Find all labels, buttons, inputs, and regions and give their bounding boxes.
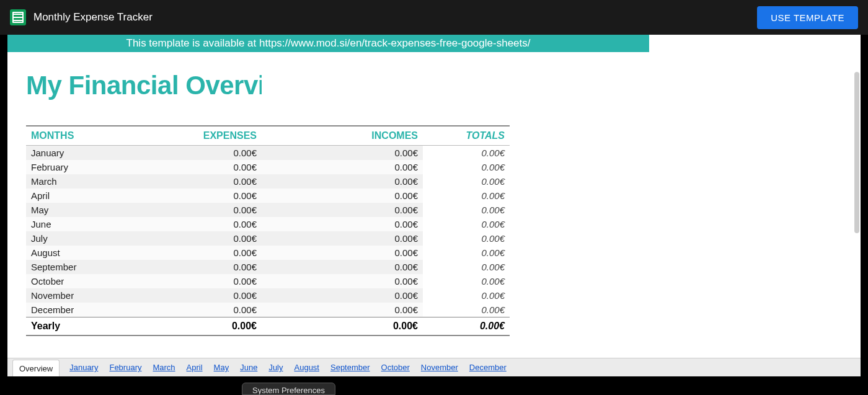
- cell-total[interactable]: 0.00€: [423, 231, 510, 246]
- cell-total[interactable]: 0.00€: [423, 160, 510, 174]
- tab-overview[interactable]: Overview: [12, 360, 60, 377]
- cell-income[interactable]: 0.00€: [262, 288, 423, 303]
- tab-september[interactable]: September: [330, 363, 370, 372]
- cell-month[interactable]: October: [26, 274, 100, 288]
- topbar-left: Monthly Expense Tracker: [10, 9, 153, 25]
- sheet-tabstrip: Overview JanuaryFebruaryMarchAprilMayJun…: [7, 358, 861, 376]
- cell-income[interactable]: 0.00€: [262, 174, 423, 189]
- cell-total[interactable]: 0.00€: [423, 146, 510, 161]
- cell-month[interactable]: September: [26, 260, 100, 274]
- cell-income[interactable]: 0.00€: [262, 274, 423, 288]
- cell-expense[interactable]: 0.00€: [100, 246, 262, 260]
- page-title: My Financial Overview: [26, 71, 262, 100]
- info-banner: This template is available at https://ww…: [7, 35, 649, 52]
- sheet-frame: This template is available at https://ww…: [7, 35, 861, 376]
- cell-income[interactable]: 0.00€: [262, 260, 423, 274]
- cell-expense[interactable]: 0.00€: [100, 146, 262, 161]
- cell-total[interactable]: 0.00€: [423, 174, 510, 189]
- cell-income[interactable]: 0.00€: [262, 217, 423, 231]
- cell-income[interactable]: 0.00€: [262, 146, 423, 161]
- cell-expense[interactable]: 0.00€: [100, 303, 262, 317]
- table-row[interactable]: August0.00€0.00€0.00€: [26, 246, 510, 260]
- yearly-incomes: 0.00€: [262, 317, 423, 336]
- system-preferences-popup[interactable]: System Preferences: [242, 383, 335, 395]
- cell-income[interactable]: 0.00€: [262, 303, 423, 317]
- cell-month[interactable]: November: [26, 288, 100, 303]
- overview-table: MONTHS EXPENSES INCOMES TOTALS January0.…: [26, 125, 510, 336]
- table-row[interactable]: April0.00€0.00€0.00€: [26, 189, 510, 203]
- cell-expense[interactable]: 0.00€: [100, 274, 262, 288]
- cell-month[interactable]: June: [26, 217, 100, 231]
- document-title: Monthly Expense Tracker: [33, 11, 153, 24]
- tab-april[interactable]: April: [187, 363, 203, 372]
- cell-expense[interactable]: 0.00€: [100, 231, 262, 246]
- tab-october[interactable]: October: [381, 363, 410, 372]
- col-header-expenses: EXPENSES: [100, 126, 262, 146]
- table-row[interactable]: November0.00€0.00€0.00€: [26, 288, 510, 303]
- table-row[interactable]: September0.00€0.00€0.00€: [26, 260, 510, 274]
- cell-month[interactable]: February: [26, 160, 100, 174]
- table-row[interactable]: December0.00€0.00€0.00€: [26, 303, 510, 317]
- cell-total[interactable]: 0.00€: [423, 217, 510, 231]
- tab-june[interactable]: June: [240, 363, 257, 372]
- cell-total[interactable]: 0.00€: [423, 246, 510, 260]
- cell-total[interactable]: 0.00€: [423, 203, 510, 217]
- col-header-incomes: INCOMES: [262, 126, 423, 146]
- use-template-button[interactable]: USE TEMPLATE: [757, 6, 858, 29]
- cell-month[interactable]: August: [26, 246, 100, 260]
- cell-total[interactable]: 0.00€: [423, 303, 510, 317]
- cell-total[interactable]: 0.00€: [423, 189, 510, 203]
- tab-july[interactable]: July: [268, 363, 283, 372]
- yearly-expenses: 0.00€: [100, 317, 262, 336]
- cell-income[interactable]: 0.00€: [262, 160, 423, 174]
- tab-january[interactable]: January: [69, 363, 98, 372]
- table-row[interactable]: June0.00€0.00€0.00€: [26, 217, 510, 231]
- cell-total[interactable]: 0.00€: [423, 260, 510, 274]
- table-header-row: MONTHS EXPENSES INCOMES TOTALS: [26, 126, 510, 146]
- table-row[interactable]: July0.00€0.00€0.00€: [26, 231, 510, 246]
- tab-november[interactable]: November: [421, 363, 458, 372]
- cell-income[interactable]: 0.00€: [262, 231, 423, 246]
- cell-month[interactable]: May: [26, 203, 100, 217]
- tab-march[interactable]: March: [153, 363, 175, 372]
- tab-links-group: JanuaryFebruaryMarchAprilMayJuneJulyAugu…: [69, 363, 507, 372]
- col-header-totals: TOTALS: [423, 126, 510, 146]
- cell-income[interactable]: 0.00€: [262, 189, 423, 203]
- tab-august[interactable]: August: [294, 363, 319, 372]
- yearly-label: Yearly: [26, 317, 100, 336]
- cell-month[interactable]: March: [26, 174, 100, 189]
- tab-february[interactable]: February: [109, 363, 141, 372]
- cell-expense[interactable]: 0.00€: [100, 203, 262, 217]
- cell-expense[interactable]: 0.00€: [100, 174, 262, 189]
- cell-expense[interactable]: 0.00€: [100, 217, 262, 231]
- cell-expense[interactable]: 0.00€: [100, 260, 262, 274]
- cell-expense[interactable]: 0.00€: [100, 160, 262, 174]
- cell-expense[interactable]: 0.00€: [100, 288, 262, 303]
- cell-month[interactable]: December: [26, 303, 100, 317]
- topbar: Monthly Expense Tracker USE TEMPLATE: [0, 0, 868, 35]
- cell-total[interactable]: 0.00€: [423, 274, 510, 288]
- content-area: My Financial Overview MONTHS EXPENSES IN…: [7, 52, 519, 336]
- cell-month[interactable]: April: [26, 189, 100, 203]
- cell-expense[interactable]: 0.00€: [100, 189, 262, 203]
- col-header-months: MONTHS: [26, 126, 100, 146]
- cell-income[interactable]: 0.00€: [262, 246, 423, 260]
- yearly-row: Yearly 0.00€ 0.00€ 0.00€: [26, 317, 510, 336]
- vertical-scrollbar-thumb[interactable]: [854, 72, 859, 233]
- table-row[interactable]: May0.00€0.00€0.00€: [26, 203, 510, 217]
- table-row[interactable]: March0.00€0.00€0.00€: [26, 174, 510, 189]
- table-row[interactable]: October0.00€0.00€0.00€: [26, 274, 510, 288]
- table-row[interactable]: January0.00€0.00€0.00€: [26, 146, 510, 161]
- cell-month[interactable]: July: [26, 231, 100, 246]
- yearly-total: 0.00€: [423, 317, 510, 336]
- table-row[interactable]: February0.00€0.00€0.00€: [26, 160, 510, 174]
- cell-income[interactable]: 0.00€: [262, 203, 423, 217]
- tab-december[interactable]: December: [469, 363, 507, 372]
- tab-may[interactable]: May: [214, 363, 229, 372]
- sheets-icon: [10, 9, 26, 25]
- cell-month[interactable]: January: [26, 146, 100, 161]
- cell-total[interactable]: 0.00€: [423, 288, 510, 303]
